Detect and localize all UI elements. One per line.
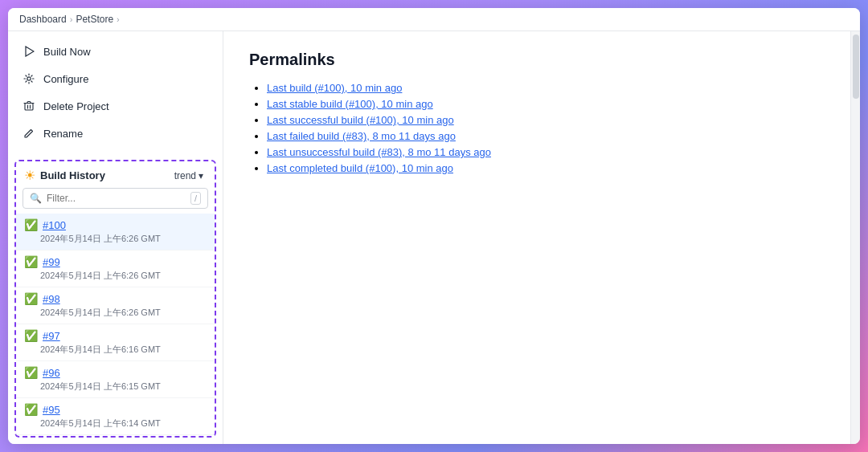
permalink-link[interactable]: Last build (#100), 10 min ago <box>267 82 402 94</box>
svg-marker-0 <box>26 47 34 56</box>
permalink-link[interactable]: Last stable build (#100), 10 min ago <box>267 98 433 110</box>
build-number-row: ✅ #98 <box>24 292 207 305</box>
scrollbar[interactable] <box>850 31 860 444</box>
svg-point-1 <box>27 77 31 80</box>
build-number-link[interactable]: #98 <box>43 293 60 305</box>
search-icon: 🔍 <box>30 193 42 204</box>
success-icon: ✅ <box>24 403 38 416</box>
permalink-link[interactable]: Last successful build (#100), 10 min ago <box>267 114 454 126</box>
build-date: 2024年5月14日 上午6:26 GMT <box>40 307 207 319</box>
sun-icon: ☀ <box>24 168 35 183</box>
build-number-link[interactable]: #96 <box>43 367 60 379</box>
success-icon: ✅ <box>24 366 38 379</box>
build-item[interactable]: ✅ #99 2024年5月14日 上午6:26 GMT <box>16 250 215 287</box>
build-date: 2024年5月14日 上午6:15 GMT <box>40 381 207 393</box>
pencil-icon <box>23 127 35 140</box>
sidebar-item-rename[interactable]: Rename <box>8 120 223 147</box>
permalink-item: Last stable build (#100), 10 min ago <box>267 98 825 110</box>
sidebar-item-delete-project-label: Delete Project <box>43 100 109 112</box>
build-number-row: ✅ #100 <box>24 218 207 231</box>
chevron-down-icon: ▾ <box>199 170 203 181</box>
scrollbar-thumb <box>853 35 859 99</box>
permalink-item: Last unsuccessful build (#83), 8 mo 11 d… <box>267 146 825 158</box>
success-icon: ✅ <box>24 255 38 268</box>
sidebar-menu: Build Now Configure <box>8 31 223 153</box>
content-area: Permalinks Last build (#100), 10 min ago… <box>223 31 850 444</box>
permalinks-list: Last build (#100), 10 min agoLast stable… <box>249 82 825 174</box>
build-number-row: ✅ #96 <box>24 366 207 379</box>
permalink-link[interactable]: Last unsuccessful build (#83), 8 mo 11 d… <box>267 146 491 158</box>
breadcrumb-dashboard[interactable]: Dashboard <box>19 14 67 25</box>
sidebar-item-rename-label: Rename <box>43 128 83 140</box>
sidebar-item-build-now-label: Build Now <box>43 46 91 58</box>
success-icon: ✅ <box>24 329 38 342</box>
gear-icon <box>23 72 35 85</box>
sidebar-item-configure-label: Configure <box>43 73 88 85</box>
main-area: Build Now Configure <box>8 31 860 444</box>
success-icon: ✅ <box>24 292 38 305</box>
sidebar: Build Now Configure <box>8 31 223 444</box>
sidebar-item-configure[interactable]: Configure <box>8 65 223 92</box>
breadcrumb-sep-1: › <box>70 14 73 24</box>
trend-label: trend <box>174 170 196 181</box>
breadcrumb: Dashboard › PetStore › <box>8 8 860 31</box>
filter-input[interactable] <box>47 193 186 204</box>
build-number-row: ✅ #95 <box>24 403 207 416</box>
build-item[interactable]: ✅ #94 2024年5月14日 上午6:14 GMT <box>16 435 215 436</box>
permalink-item: Last failed build (#83), 8 mo 11 days ag… <box>267 130 825 142</box>
permalink-link[interactable]: Last completed build (#100), 10 min ago <box>267 162 453 174</box>
build-item[interactable]: ✅ #100 2024年5月14日 上午6:26 GMT <box>16 214 215 250</box>
permalink-item: Last successful build (#100), 10 min ago <box>267 114 825 126</box>
page-title: Permalinks <box>249 51 825 69</box>
build-history-panel: ☀ Build History trend ▾ 🔍 / ✅ #100 <box>14 160 216 438</box>
sidebar-item-delete-project[interactable]: Delete Project <box>8 92 223 120</box>
play-icon <box>23 45 35 58</box>
build-item[interactable]: ✅ #98 2024年5月14日 上午6:26 GMT <box>16 287 215 324</box>
trend-button[interactable]: trend ▾ <box>171 169 207 183</box>
filter-bar: 🔍 / <box>23 188 208 209</box>
success-icon: ✅ <box>24 218 38 231</box>
build-item[interactable]: ✅ #95 2024年5月14日 上午6:14 GMT <box>16 398 215 435</box>
build-date: 2024年5月14日 上午6:26 GMT <box>40 233 207 245</box>
app-window: Dashboard › PetStore › Build Now <box>8 8 860 444</box>
breadcrumb-sep-2: › <box>117 14 120 24</box>
build-date: 2024年5月14日 上午6:14 GMT <box>40 417 207 430</box>
build-number-link[interactable]: #100 <box>43 219 66 231</box>
build-number-link[interactable]: #99 <box>43 256 60 268</box>
breadcrumb-petstore[interactable]: PetStore <box>76 14 113 25</box>
build-number-row: ✅ #97 <box>24 329 207 342</box>
sidebar-item-build-now[interactable]: Build Now <box>8 38 223 65</box>
permalink-item: Last completed build (#100), 10 min ago <box>267 162 825 174</box>
build-number-row: ✅ #99 <box>24 255 207 268</box>
build-history-header: ☀ Build History trend ▾ <box>16 161 215 188</box>
build-item[interactable]: ✅ #97 2024年5月14日 上午6:16 GMT <box>16 324 215 361</box>
permalink-link[interactable]: Last failed build (#83), 8 mo 11 days ag… <box>267 130 456 142</box>
filter-shortcut: / <box>190 192 201 205</box>
build-date: 2024年5月14日 上午6:16 GMT <box>40 344 207 356</box>
build-number-link[interactable]: #97 <box>43 330 60 342</box>
trash-icon <box>23 100 35 112</box>
build-number-link[interactable]: #95 <box>43 404 60 416</box>
build-date: 2024年5月14日 上午6:26 GMT <box>40 270 207 282</box>
svg-rect-2 <box>25 104 33 111</box>
build-list: ✅ #100 2024年5月14日 上午6:26 GMT ✅ #99 2024年… <box>16 214 215 436</box>
build-history-title: Build History <box>40 169 166 181</box>
build-item[interactable]: ✅ #96 2024年5月14日 上午6:15 GMT <box>16 361 215 398</box>
permalink-item: Last build (#100), 10 min ago <box>267 82 825 94</box>
